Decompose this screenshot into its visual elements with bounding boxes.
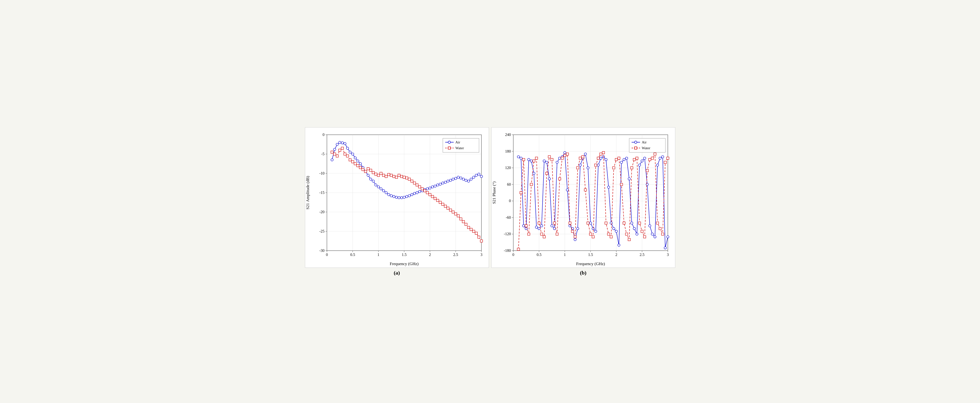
chart-a-wrapper: (a) bbox=[305, 127, 489, 276]
chart-b-wrapper: (b) bbox=[491, 127, 675, 276]
chart-b-label: (b) bbox=[580, 270, 587, 276]
chart-a-canvas bbox=[305, 127, 489, 268]
chart-b-canvas bbox=[491, 127, 675, 268]
main-container: (a) (b) bbox=[302, 123, 678, 281]
chart-a-label: (a) bbox=[394, 270, 400, 276]
